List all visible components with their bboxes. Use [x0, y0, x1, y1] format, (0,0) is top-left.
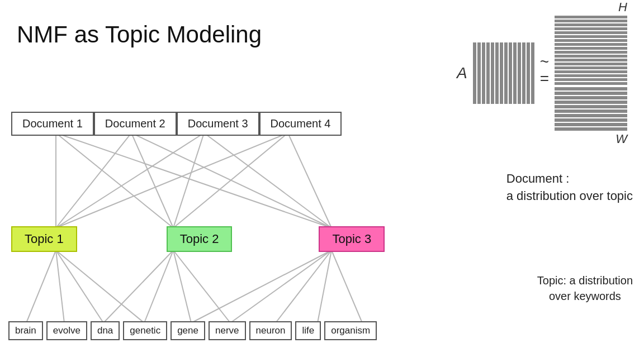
svg-line-15	[56, 250, 144, 323]
keyword-neuron: neuron	[249, 321, 292, 340]
document-1: Document 1	[11, 112, 94, 136]
svg-line-19	[173, 250, 230, 323]
document-description: Document : a distribution over topic	[506, 170, 633, 205]
matrix-a-label: A	[457, 64, 467, 82]
keyword-life: life	[295, 321, 321, 340]
matrix-a	[473, 42, 534, 104]
svg-line-24	[332, 250, 362, 323]
svg-line-4	[131, 133, 173, 228]
document-2: Document 2	[94, 112, 177, 136]
svg-line-2	[56, 133, 332, 228]
topic-2: Topic 2	[167, 226, 233, 252]
keyword-nerve: nerve	[209, 321, 246, 340]
matrix-visualization: A ~ = H	[457, 16, 627, 131]
approx-equals: ~ =	[540, 54, 549, 92]
svg-line-17	[144, 250, 173, 323]
topic-3: Topic 3	[319, 226, 385, 252]
matrix-h	[555, 16, 627, 85]
keyword-brain: brain	[8, 321, 43, 340]
svg-line-12	[26, 250, 56, 323]
svg-line-1	[56, 133, 173, 228]
svg-line-16	[103, 250, 173, 323]
svg-line-18	[173, 250, 191, 323]
svg-line-5	[131, 133, 332, 228]
svg-line-20	[191, 250, 332, 323]
keyword-organism: organism	[324, 321, 377, 340]
matrix-w-label: W	[615, 132, 627, 146]
svg-line-11	[288, 133, 332, 228]
svg-line-3	[56, 133, 131, 228]
svg-line-9	[56, 133, 288, 228]
keyword-evolve: evolve	[46, 321, 87, 340]
document-3: Document 3	[177, 112, 259, 136]
document-row: Document 1 Document 2 Document 3 Documen…	[11, 112, 342, 136]
document-4: Document 4	[259, 112, 342, 136]
page-title: NMF as Topic Modeling	[17, 21, 262, 48]
topic-1: Topic 1	[11, 226, 77, 252]
svg-line-8	[204, 133, 332, 228]
svg-line-13	[56, 250, 64, 323]
svg-line-6	[56, 133, 204, 228]
svg-line-14	[56, 250, 103, 323]
svg-line-7	[173, 133, 204, 228]
matrix-w	[555, 87, 627, 131]
svg-line-10	[173, 133, 288, 228]
keyword-dna: dna	[91, 321, 120, 340]
svg-line-22	[276, 250, 332, 323]
keyword-gene: gene	[171, 321, 205, 340]
topic-description: Topic: a distribution over keywords	[537, 273, 633, 304]
matrix-h-label: H	[618, 0, 627, 15]
svg-line-23	[318, 250, 332, 323]
keyword-genetic: genetic	[123, 321, 167, 340]
topic-row: Topic 1 Topic 2 Topic 3	[11, 226, 385, 252]
svg-line-21	[230, 250, 332, 323]
keyword-row: brain evolve dna genetic gene nerve neur…	[8, 321, 377, 340]
